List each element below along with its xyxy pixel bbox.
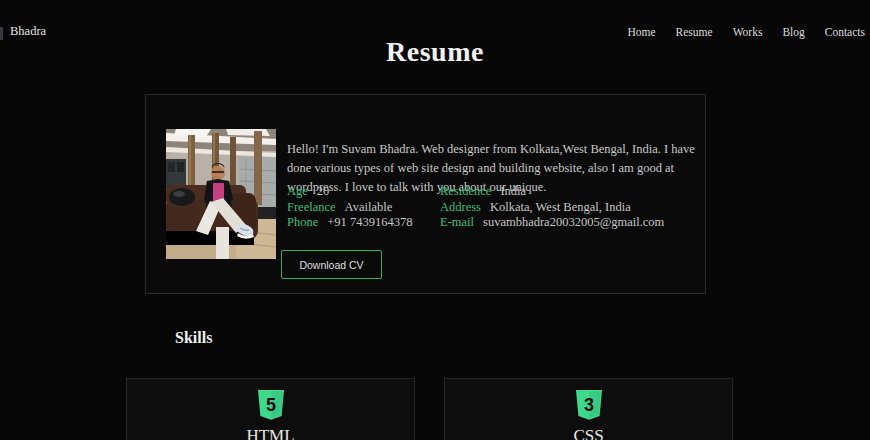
- skill-name-html: HTML: [246, 426, 294, 440]
- skill-card-html: 5 HTML: [126, 378, 415, 440]
- page-title: Resume: [0, 36, 870, 68]
- about-card: Hello! I'm Suvam Bhadra. Web designer fr…: [145, 94, 706, 294]
- detail-value: +91 7439164378: [327, 215, 412, 229]
- detail-label: Residence: [440, 184, 491, 198]
- profile-photo: [166, 129, 276, 259]
- detail-label: Address: [440, 200, 481, 214]
- detail-label: Phone: [287, 215, 318, 229]
- skill-card-css: 3 CSS: [444, 378, 733, 440]
- detail-row-age: Age20: [287, 184, 412, 200]
- detail-row-freelance: FreelanceAvailable: [287, 200, 412, 216]
- skill-name-css: CSS: [573, 426, 603, 440]
- detail-row-address: AddressKolkata, West Bengal, India: [440, 200, 664, 216]
- detail-value: suvambhadra20032005@gmail.com: [483, 215, 664, 229]
- detail-label: Freelance: [287, 200, 336, 214]
- details-right-column: ResidenceIndia AddressKolkata, West Beng…: [440, 184, 664, 231]
- detail-label: Age: [287, 184, 308, 198]
- detail-row-phone: Phone+91 7439164378: [287, 215, 412, 231]
- detail-row-email: E-mailsuvambhadra20032005@gmail.com: [440, 215, 664, 231]
- css3-shield-icon: 3: [575, 389, 603, 422]
- detail-row-residence: ResidenceIndia: [440, 184, 664, 200]
- detail-value: India: [500, 184, 526, 198]
- details-left-column: Age20 FreelanceAvailable Phone+91 743916…: [287, 184, 412, 231]
- download-cv-button[interactable]: Download CV: [281, 250, 382, 279]
- detail-value: Kolkata, West Bengal, India: [490, 200, 631, 214]
- detail-label: E-mail: [440, 215, 474, 229]
- profile-photo-image: [166, 129, 276, 259]
- detail-value: 20: [317, 184, 330, 198]
- detail-value: Available: [345, 200, 393, 214]
- css3-digit: 3: [583, 395, 593, 415]
- skills-heading: Skills: [175, 329, 212, 347]
- html5-digit: 5: [265, 395, 275, 415]
- html5-shield-icon: 5: [257, 389, 285, 422]
- portfolio-page: Bhadra Home Resume Works Blog Contacts R…: [0, 0, 870, 440]
